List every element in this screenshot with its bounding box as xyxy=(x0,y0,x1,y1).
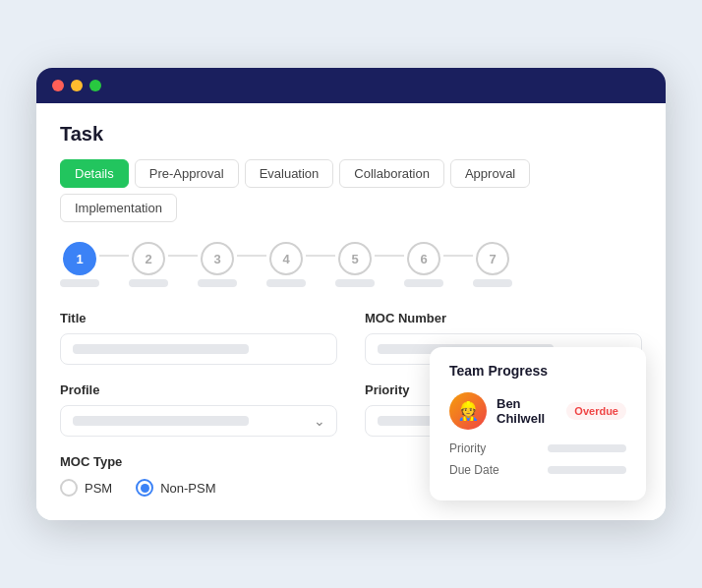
due-date-info-label: Due Date xyxy=(449,463,499,477)
tab-evaluation[interactable]: Evaluation xyxy=(245,159,334,188)
profile-select[interactable] xyxy=(60,405,337,437)
title-field-group: Title xyxy=(60,311,337,365)
step-circle-2: 2 xyxy=(132,242,165,275)
connector-5 xyxy=(375,255,404,257)
step-circle-3: 3 xyxy=(201,242,234,275)
step-6[interactable]: 6 xyxy=(404,242,443,287)
step-label-5 xyxy=(335,279,375,287)
connector-3 xyxy=(237,255,266,257)
step-1[interactable]: 1 xyxy=(60,242,99,287)
popup-title: Team Progress xyxy=(449,363,626,379)
tab-bar: Details Pre-Approval Evaluation Collabor… xyxy=(60,159,642,222)
step-circle-7: 7 xyxy=(476,242,509,275)
profile-label: Profile xyxy=(60,382,337,397)
tab-details[interactable]: Details xyxy=(60,159,129,188)
step-3[interactable]: 3 xyxy=(198,242,237,287)
radio-psm-label: PSM xyxy=(85,481,112,496)
maximize-dot[interactable] xyxy=(89,80,101,91)
priority-info-label: Priority xyxy=(449,441,486,455)
user-row: 👷 Ben Chilwell Overdue xyxy=(449,392,626,430)
connector-6 xyxy=(443,255,473,257)
step-label-7 xyxy=(473,279,512,287)
radio-non-psm[interactable]: Non-PSM xyxy=(136,479,215,497)
step-label-4 xyxy=(266,279,306,287)
due-date-info-row: Due Date xyxy=(449,463,626,477)
radio-circle-non-psm xyxy=(136,479,153,497)
connector-2 xyxy=(168,255,198,257)
step-circle-4: 4 xyxy=(269,242,303,275)
radio-circle-psm xyxy=(60,479,78,497)
step-circle-1: 1 xyxy=(63,242,96,275)
title-bar xyxy=(36,68,666,103)
avatar-emoji: 👷 xyxy=(457,400,479,422)
step-label-2 xyxy=(129,279,168,287)
moc-number-label: MOC Number xyxy=(365,311,642,325)
tab-approval[interactable]: Approval xyxy=(450,159,530,188)
step-4[interactable]: 4 xyxy=(266,242,306,287)
tab-pre-approval[interactable]: Pre-Approval xyxy=(135,159,239,188)
step-label-6 xyxy=(404,279,443,287)
connector-4 xyxy=(306,255,335,257)
profile-field-group: Profile ⌄ xyxy=(60,382,337,437)
step-label-1 xyxy=(60,279,99,287)
title-placeholder xyxy=(73,344,249,354)
title-input[interactable] xyxy=(60,333,337,365)
due-date-bar xyxy=(548,466,626,474)
connector-1 xyxy=(99,255,129,257)
priority-bar xyxy=(548,444,626,452)
title-label: Title xyxy=(60,311,337,325)
stepper: 1 2 3 4 5 xyxy=(60,242,642,287)
step-7[interactable]: 7 xyxy=(473,242,512,287)
team-progress-popup: Team Progress 👷 Ben Chilwell Overdue Pri… xyxy=(430,347,646,500)
priority-info-row: Priority xyxy=(449,441,626,455)
avatar: 👷 xyxy=(449,392,487,430)
close-dot[interactable] xyxy=(52,80,64,91)
step-5[interactable]: 5 xyxy=(335,242,375,287)
overdue-badge: Overdue xyxy=(566,402,626,420)
step-circle-5: 5 xyxy=(338,242,372,275)
tab-implementation[interactable]: Implementation xyxy=(60,194,177,222)
app-window: Task Details Pre-Approval Evaluation Col… xyxy=(36,68,666,520)
radio-psm[interactable]: PSM xyxy=(60,479,112,497)
step-label-3 xyxy=(198,279,237,287)
step-circle-6: 6 xyxy=(407,242,440,275)
profile-placeholder xyxy=(73,416,249,426)
tab-collaboration[interactable]: Collaboration xyxy=(339,159,444,188)
radio-non-psm-label: Non-PSM xyxy=(160,481,215,496)
minimize-dot[interactable] xyxy=(71,80,83,91)
step-2[interactable]: 2 xyxy=(129,242,168,287)
profile-select-wrapper: ⌄ xyxy=(60,405,337,437)
user-name: Ben Chilwell xyxy=(497,396,556,426)
page-title: Task xyxy=(60,123,642,146)
